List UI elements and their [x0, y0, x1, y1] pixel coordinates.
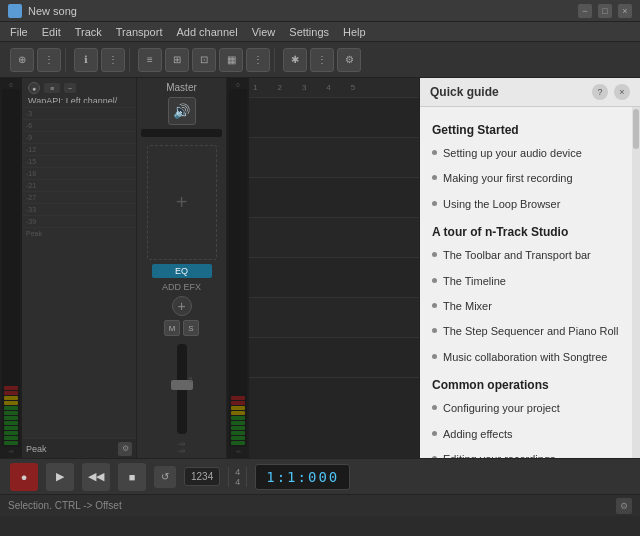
toolbar-star-btn[interactable]: ✱: [283, 48, 307, 72]
menu-help[interactable]: Help: [337, 24, 372, 40]
track-header-controls: ● ≡ ~: [28, 82, 130, 94]
eq-button[interactable]: EQ: [152, 264, 212, 278]
track-row-2: [249, 138, 419, 178]
toolbar: ⊕ ⋮ ℹ ⋮ ≡ ⊞ ⊡ ▦ ⋮ ✱ ⋮ ⚙: [0, 42, 640, 78]
section-tour: A tour of n-Track Studio: [432, 225, 620, 239]
toolbar-grid-btn[interactable]: ⊞: [165, 48, 189, 72]
status-settings-icon[interactable]: ⚙: [616, 498, 632, 514]
guide-text-mixer: The Mixer: [443, 299, 492, 314]
zero-mark: 0: [189, 376, 193, 383]
track-labels: ● ≡ ~ WapAPI: Left channel/WackPl... -3 …: [22, 78, 137, 458]
minimize-button[interactable]: −: [578, 4, 592, 18]
mute-button[interactable]: M: [164, 320, 180, 336]
timeline-ruler: 1 2 3 4 5: [249, 78, 419, 98]
guide-text-effects: Adding effects: [443, 427, 513, 442]
tempo-display[interactable]: 1234: [184, 467, 220, 486]
peak-settings-btn[interactable]: ⚙: [118, 442, 132, 456]
guide-text-editing: Editing your recordings: [443, 452, 556, 458]
add-channel-button[interactable]: +: [172, 296, 192, 316]
guide-item-effects[interactable]: Adding effects: [432, 422, 620, 447]
guide-scrollbar-thumb[interactable]: [633, 109, 639, 149]
guide-item-timeline[interactable]: The Timeline: [432, 269, 620, 294]
peak-label: Peak: [26, 444, 47, 454]
record-button[interactable]: ●: [10, 463, 38, 491]
track-menu-btn[interactable]: ≡: [44, 83, 60, 93]
left-level-meters: 0 -∞: [0, 78, 22, 458]
guide-item-loop[interactable]: Using the Loop Browser: [432, 192, 620, 217]
bullet-sequencer: [432, 328, 437, 333]
main-area: 0 -∞: [0, 78, 640, 458]
menu-settings[interactable]: Settings: [283, 24, 335, 40]
maximize-button[interactable]: □: [598, 4, 612, 18]
title-bar: New song − □ ×: [0, 0, 640, 22]
quick-guide-header-icons: ? ×: [592, 84, 630, 100]
guide-item-audio[interactable]: Setting up your audio device: [432, 141, 620, 166]
peak-row: Peak ⚙: [22, 438, 136, 458]
stop-button[interactable]: ■: [118, 463, 146, 491]
status-text: Selection. CTRL -> Offset: [8, 500, 122, 511]
rewind-button[interactable]: ◀◀: [82, 463, 110, 491]
menu-file[interactable]: File: [4, 24, 34, 40]
bullet-recording: [432, 175, 437, 180]
window-title: New song: [28, 5, 77, 17]
guide-item-sequencer[interactable]: The Step Sequencer and Piano Roll: [432, 319, 620, 344]
menu-edit[interactable]: Edit: [36, 24, 67, 40]
play-button[interactable]: ▶: [46, 463, 74, 491]
guide-item-mixer[interactable]: The Mixer: [432, 294, 620, 319]
section-getting-started: Getting Started: [432, 123, 620, 137]
track-row-6: [249, 298, 419, 338]
guide-text-timeline: The Timeline: [443, 274, 506, 289]
solo-button[interactable]: S: [183, 320, 199, 336]
ms-buttons: M S: [164, 320, 199, 336]
toolbar-more-btn-2[interactable]: ⋮: [101, 48, 125, 72]
peak-value-2: -∞: [178, 447, 185, 454]
fader-track: 0: [177, 344, 187, 434]
guide-item-recording[interactable]: Making your first recording: [432, 166, 620, 191]
track-wave-btn[interactable]: ~: [64, 83, 76, 93]
bullet-project: [432, 405, 437, 410]
guide-text-songtree: Music collaboration with Songtree: [443, 350, 607, 365]
bullet-effects: [432, 431, 437, 436]
toolbar-more-btn[interactable]: ⋮: [37, 48, 61, 72]
time-display[interactable]: 1:1:000: [255, 464, 350, 490]
guide-item-editing[interactable]: Editing your recordings: [432, 447, 620, 458]
track-row-4: [249, 218, 419, 258]
toolbar-dots-btn[interactable]: ⋮: [310, 48, 334, 72]
time-sig-den: 4: [235, 477, 240, 487]
bullet-timeline: [432, 278, 437, 283]
toolbar-group-1: ⊕ ⋮: [6, 48, 66, 72]
close-button[interactable]: ×: [618, 4, 632, 18]
peak-value: -∞: [178, 440, 185, 447]
toolbar-list-btn[interactable]: ≡: [138, 48, 162, 72]
speaker-icon[interactable]: 🔊: [168, 97, 196, 125]
toolbar-info-btn[interactable]: ℹ: [74, 48, 98, 72]
guide-text-loop: Using the Loop Browser: [443, 197, 560, 212]
menu-transport[interactable]: Transport: [110, 24, 169, 40]
quick-guide-close-btn[interactable]: ×: [614, 84, 630, 100]
master-channel: Master 🔊 + EQ ADD EFX + M S: [137, 78, 227, 458]
toolbar-move-btn[interactable]: ⊕: [10, 48, 34, 72]
quick-guide-help-btn[interactable]: ?: [592, 84, 608, 100]
guide-text-audio: Setting up your audio device: [443, 146, 582, 161]
toolbar-wave-btn[interactable]: ⊡: [192, 48, 216, 72]
toolbar-settings-btn[interactable]: ⚙: [337, 48, 361, 72]
toolbar-more-btn-3[interactable]: ⋮: [246, 48, 270, 72]
loop-button[interactable]: ↺: [154, 466, 176, 488]
add-efx-button[interactable]: ADD EFX: [162, 282, 201, 292]
guide-item-songtree[interactable]: Music collaboration with Songtree: [432, 345, 620, 370]
record-arm-btn[interactable]: ●: [28, 82, 40, 94]
menu-bar: File Edit Track Transport Add channel Vi…: [0, 22, 640, 42]
add-track-icon[interactable]: +: [176, 191, 188, 214]
quick-guide-content: Getting Started Setting up your audio de…: [420, 107, 632, 458]
menu-add-channel[interactable]: Add channel: [170, 24, 243, 40]
daw-panel: 0 -∞: [0, 78, 420, 458]
toolbar-bar-btn[interactable]: ▦: [219, 48, 243, 72]
guide-item-toolbar[interactable]: The Toolbar and Transport bar: [432, 243, 620, 268]
track-timeline: 1 2 3 4 5: [249, 78, 419, 458]
title-bar-controls[interactable]: − □ ×: [578, 4, 632, 18]
menu-track[interactable]: Track: [69, 24, 108, 40]
guide-item-project[interactable]: Configuring your project: [432, 396, 620, 421]
bullet-mixer: [432, 303, 437, 308]
bullet-toolbar: [432, 252, 437, 257]
menu-view[interactable]: View: [246, 24, 282, 40]
